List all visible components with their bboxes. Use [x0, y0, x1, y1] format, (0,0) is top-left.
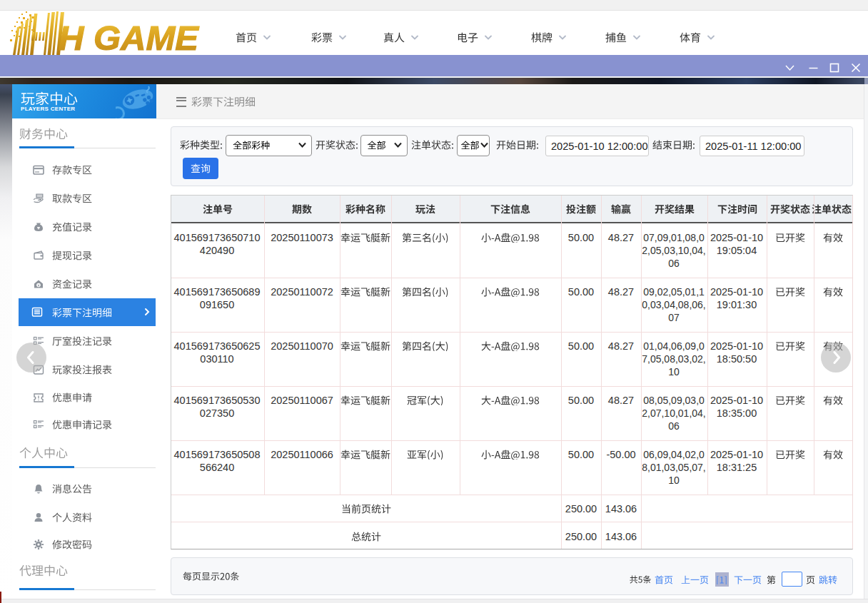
svg-text:H GAME: H GAME — [59, 19, 199, 56]
